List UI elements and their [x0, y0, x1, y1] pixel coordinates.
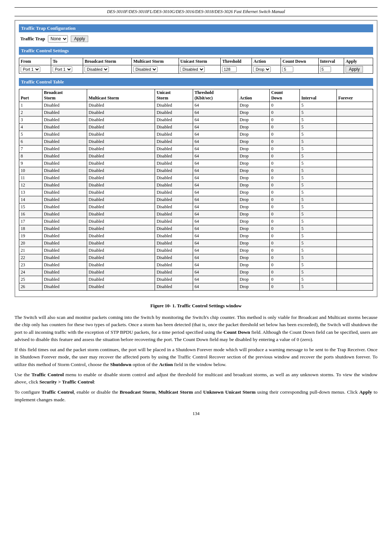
table-cell: 64 — [193, 276, 238, 283]
settings-to-cell: Port 1 — [51, 65, 83, 74]
table-cell: 5 — [300, 262, 337, 269]
table-cell: 13 — [19, 189, 42, 196]
table-cell: 64 — [193, 116, 238, 124]
table-cell: Drop — [238, 211, 270, 218]
table-cell: Disabled — [155, 189, 193, 196]
table-cell: 64 — [193, 175, 238, 182]
table-cell: Drop — [238, 269, 270, 276]
table-cell: Disabled — [155, 160, 193, 167]
settings-count-down-input[interactable] — [282, 66, 293, 72]
table-cell — [336, 218, 373, 225]
table-cell: Disabled — [42, 138, 87, 145]
settings-apply-button[interactable]: Apply — [346, 66, 363, 73]
table-cell: 5 — [300, 153, 337, 160]
table-cell: Disabled — [155, 145, 193, 153]
table-cell: Disabled — [87, 102, 155, 109]
table-cell: 0 — [270, 124, 300, 131]
col-unicast-storm: Unicast Storm — [179, 58, 221, 65]
ctrl-col-threshold: Threshold(Kbit/sec) — [193, 89, 238, 102]
table-row: 9DisabledDisabledDisabled64Drop05 — [19, 160, 373, 167]
table-row: 11DisabledDisabledDisabled64Drop05 — [19, 175, 373, 182]
table-cell: 0 — [270, 240, 300, 247]
page-header: DES-3010F/DES-3010FL/DES-3010G/DES-3016/… — [15, 7, 377, 16]
table-cell: 21 — [19, 247, 42, 254]
table-row: 14DisabledDisabledDisabled64Drop05 — [19, 196, 373, 204]
table-cell: 0 — [270, 145, 300, 153]
table-cell: Drop — [238, 247, 270, 254]
table-cell: 25 — [19, 276, 42, 283]
settings-threshold-input[interactable] — [222, 66, 237, 72]
table-cell: Disabled — [155, 240, 193, 247]
table-cell — [336, 131, 373, 138]
table-cell: 5 — [300, 167, 337, 175]
table-cell: 4 — [19, 124, 42, 131]
settings-action-cell: Drop — [252, 65, 281, 74]
body-paragraph-4: To configure Traffic Control, enable or … — [15, 389, 377, 403]
table-cell: 64 — [193, 254, 238, 262]
table-cell: 5 — [300, 196, 337, 204]
table-cell: 5 — [300, 189, 337, 196]
page-number: 134 — [15, 411, 377, 416]
table-cell: Drop — [238, 138, 270, 145]
table-cell — [336, 233, 373, 240]
table-cell: Drop — [238, 240, 270, 247]
header-title: DES-3010F/DES-3010FL/DES-3010G/DES-3016/… — [107, 9, 285, 14]
settings-broadcast-select[interactable]: Disabled — [85, 66, 109, 72]
table-cell: Disabled — [87, 160, 155, 167]
table-cell: 64 — [193, 160, 238, 167]
table-cell: 0 — [270, 254, 300, 262]
traffic-control-table: Port BroadcastStorm Multicast Storm Unic… — [19, 89, 373, 291]
traffic-control-table-title: Traffic Control Table — [19, 78, 373, 86]
table-cell: 0 — [270, 109, 300, 116]
settings-action-select[interactable]: Drop — [253, 66, 271, 72]
table-cell: 0 — [270, 262, 300, 269]
table-cell: 64 — [193, 247, 238, 254]
table-cell: 5 — [300, 233, 337, 240]
table-cell: 5 — [300, 218, 337, 225]
settings-interval-input[interactable] — [320, 66, 331, 72]
table-row: 25DisabledDisabledDisabled64Drop05 — [19, 276, 373, 283]
table-cell: Disabled — [155, 109, 193, 116]
table-cell: 5 — [300, 204, 337, 211]
table-row: 17DisabledDisabledDisabled64Drop05 — [19, 218, 373, 225]
table-row: 1DisabledDisabledDisabled64Drop05 — [19, 102, 373, 109]
settings-from-select[interactable]: Port 1 — [21, 66, 40, 72]
traffic-control-settings-title: Traffic Control Settings — [19, 47, 373, 55]
traffic-trap-apply-button[interactable]: Apply — [71, 36, 88, 42]
table-cell: 64 — [193, 269, 238, 276]
traffic-trap-select[interactable]: None — [48, 35, 68, 42]
settings-multicast-select[interactable]: Disabled — [133, 66, 158, 72]
settings-unicast-select[interactable]: Disabled — [180, 66, 205, 72]
table-cell: 5 — [300, 160, 337, 167]
table-cell: 0 — [270, 131, 300, 138]
settings-broadcast-cell: Disabled — [83, 65, 132, 74]
traffic-trap-row: Traffic Trap None Apply — [19, 35, 373, 42]
settings-table-data-row: Port 1 Port 1 Disabled Disabled Disabled — [19, 65, 373, 74]
table-cell: Disabled — [42, 225, 87, 233]
table-cell: 5 — [300, 247, 337, 254]
table-cell: Disabled — [42, 167, 87, 175]
table-cell: Disabled — [155, 247, 193, 254]
settings-to-select[interactable]: Port 1 — [53, 66, 72, 72]
table-cell: Disabled — [87, 240, 155, 247]
table-cell: 5 — [300, 145, 337, 153]
table-cell: 5 — [300, 276, 337, 283]
table-cell: 64 — [193, 102, 238, 109]
col-threshold: Threshold — [221, 58, 252, 65]
table-cell: 9 — [19, 160, 42, 167]
body-paragraph-3: Use the Traffic Control menu to enable o… — [15, 371, 377, 386]
table-cell: 1 — [19, 102, 42, 109]
table-row: 18DisabledDisabledDisabled64Drop05 — [19, 225, 373, 233]
table-cell: Disabled — [155, 175, 193, 182]
table-row: 20DisabledDisabledDisabled64Drop05 — [19, 240, 373, 247]
table-cell: Disabled — [155, 233, 193, 240]
table-cell: 0 — [270, 116, 300, 124]
table-cell: 0 — [270, 153, 300, 160]
table-row: 23DisabledDisabledDisabled64Drop05 — [19, 262, 373, 269]
table-cell: Disabled — [155, 131, 193, 138]
table-cell: 5 — [300, 240, 337, 247]
col-to: To — [51, 58, 83, 65]
table-cell — [336, 276, 373, 283]
table-cell: 5 — [300, 175, 337, 182]
col-interval: Interval — [318, 58, 344, 65]
